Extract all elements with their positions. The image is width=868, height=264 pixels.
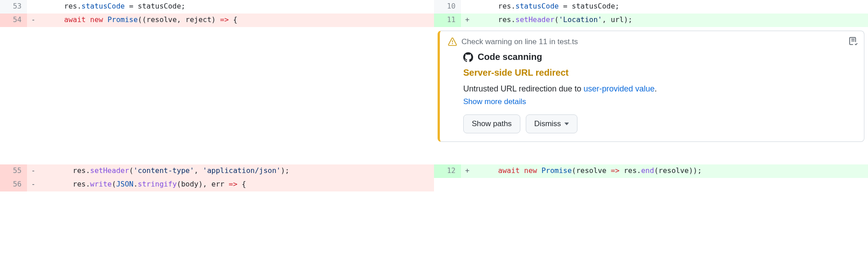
code-line: res.write(JSON.stringify(body), err => { (40, 178, 434, 191)
chevron-down-icon (564, 123, 569, 125)
code-line: res.setHeader('Location', url); (474, 14, 868, 27)
github-icon (463, 52, 473, 62)
diff-left-side: 53 res.statusCode = statusCode; 54 - awa… (0, 0, 434, 191)
annotation-desc-post: . (655, 84, 657, 93)
diff-marker: - (27, 178, 40, 191)
diff-marker (27, 0, 40, 14)
annotation-header-text: Check warning on line 11 in test.ts (461, 37, 578, 46)
code-line: res.setHeader('content-type', 'applicati… (40, 164, 434, 178)
dismiss-button[interactable]: Dismiss (526, 114, 578, 133)
annotation-body: Code scanning Server-side URL redirect U… (448, 52, 856, 133)
code-scanning-annotation: Check warning on line 11 in test.ts Code… (438, 31, 864, 142)
diff-filler (0, 27, 434, 164)
code-line: await new Promise((resolve, reject) => { (40, 14, 434, 27)
diff-marker: + (461, 14, 474, 27)
diff-marker-empty (461, 178, 474, 191)
code-line: await new Promise(resolve => res.end(res… (474, 164, 868, 178)
code-line-empty (40, 27, 434, 164)
line-number: 55 (0, 164, 27, 178)
code-line-empty (474, 178, 868, 191)
annotation-container: Check warning on line 11 in test.ts Code… (434, 27, 868, 164)
diff-marker: + (461, 164, 474, 178)
annotation-actions: Show paths Dismiss (463, 114, 856, 133)
annotation-desc-link[interactable]: user-provided value (583, 84, 654, 93)
show-more-details-link[interactable]: Show more details (463, 97, 526, 106)
line-number-empty (0, 27, 27, 164)
line-number: 53 (0, 0, 27, 14)
diff-right-side: 10 res.statusCode = statusCode; 11 + res… (434, 0, 868, 191)
line-number-empty (434, 178, 461, 191)
line-number: 54 (0, 14, 27, 27)
line-number: 56 (0, 178, 27, 191)
diff-row[interactable]: 10 res.statusCode = statusCode; (434, 0, 868, 14)
diff-split-view: 53 res.statusCode = statusCode; 54 - awa… (0, 0, 868, 191)
code-line: res.statusCode = statusCode; (474, 0, 868, 14)
annotation-source: Code scanning (463, 52, 856, 62)
diff-row[interactable]: 53 res.statusCode = statusCode; (0, 0, 434, 14)
code-line: res.statusCode = statusCode; (40, 0, 434, 14)
diff-marker: - (27, 164, 40, 178)
annotation-description: Untrusted URL redirection due to user-pr… (463, 84, 856, 94)
annotation-header: Check warning on line 11 in test.ts (448, 37, 856, 46)
diff-row[interactable]: 12 + await new Promise(resolve => res.en… (434, 164, 868, 178)
line-number: 10 (434, 0, 461, 14)
diff-row[interactable]: 54 - await new Promise((resolve, reject)… (0, 14, 434, 27)
checklist-icon[interactable] (849, 36, 858, 46)
annotation-source-label: Code scanning (478, 52, 542, 62)
line-number: 12 (434, 164, 461, 178)
diff-marker-empty (27, 27, 40, 164)
diff-marker: - (27, 14, 40, 27)
diff-row[interactable]: 11 + res.setHeader('Location', url); (434, 14, 868, 27)
dismiss-button-label: Dismiss (534, 119, 561, 128)
annotation-title: Server-side URL redirect (463, 68, 856, 78)
warning-icon (448, 37, 457, 46)
show-paths-button[interactable]: Show paths (463, 114, 520, 133)
diff-row[interactable]: 55 - res.setHeader('content-type', 'appl… (0, 164, 434, 178)
line-number: 11 (434, 14, 461, 27)
annotation-desc-pre: Untrusted URL redirection due to (463, 84, 583, 93)
diff-marker (461, 0, 474, 14)
diff-row[interactable]: 56 - res.write(JSON.stringify(body), err… (0, 178, 434, 191)
diff-row-empty (434, 178, 868, 191)
